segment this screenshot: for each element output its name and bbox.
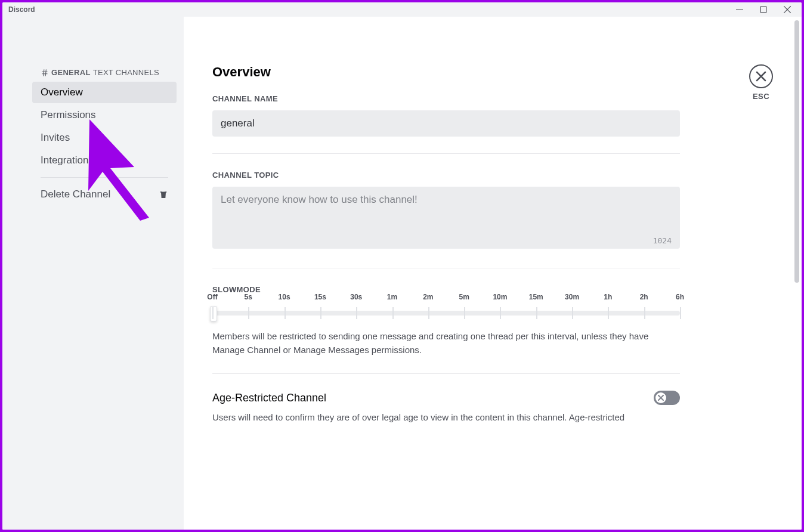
channel-topic-label: CHANNEL TOPIC <box>212 171 680 180</box>
section-divider <box>212 153 680 154</box>
window-close-button[interactable] <box>783 5 792 14</box>
toggle-off-icon <box>658 395 664 401</box>
slider-tick-label: 5s <box>245 293 252 301</box>
svg-rect-1 <box>760 7 766 13</box>
section-divider <box>212 268 680 268</box>
sidebar-item-label: Integrations <box>41 154 94 166</box>
slider-tick <box>536 307 537 319</box>
age-restricted-title: Age-Restricted Channel <box>212 392 326 404</box>
slider-tick-label: 15m <box>529 293 543 301</box>
slider-tick <box>608 307 609 319</box>
slider-tick-label: 1h <box>604 293 612 301</box>
app-name: Discord <box>8 5 35 14</box>
settings-main: Overview CHANNEL NAME CHANNEL TOPIC 1024… <box>184 17 802 530</box>
slider-tick-label: 15s <box>314 293 326 301</box>
slowmode-slider[interactable]: Off5s10s15s30s1m2m5m10m15m30m1h2h6h <box>212 311 680 316</box>
close-icon <box>756 71 766 82</box>
hash-icon <box>41 69 49 77</box>
channel-name-input[interactable] <box>212 110 680 137</box>
slider-tick-label: 2m <box>423 293 433 301</box>
channel-topic-textarea[interactable] <box>212 187 680 249</box>
slider-tick-label: 30s <box>350 293 362 301</box>
slider-tick <box>356 307 357 319</box>
settings-sidebar: GENERAL TEXT CHANNELS Overview Permissio… <box>2 17 184 530</box>
slider-tick <box>285 307 286 319</box>
sidebar-item-label: Overview <box>41 86 83 98</box>
age-restricted-toggle[interactable] <box>654 391 680 405</box>
toggle-knob <box>655 392 666 403</box>
slider-tick <box>500 307 501 319</box>
slider-tick-label: Off <box>207 293 217 301</box>
slider-tick-label: 1m <box>387 293 397 301</box>
sidebar-item-overview[interactable]: Overview <box>32 82 177 103</box>
slider-tick <box>428 307 429 319</box>
slider-tick <box>644 307 645 319</box>
sidebar-item-label: Invites <box>41 132 70 143</box>
slider-tick <box>572 307 573 319</box>
slowmode-help: Members will be restricted to sending on… <box>212 330 680 357</box>
page-title: Overview <box>212 64 680 80</box>
slider-tick-label: 5m <box>459 293 469 301</box>
channel-name-label: CHANNEL NAME <box>212 94 680 103</box>
close-settings-button[interactable] <box>749 64 773 88</box>
scrollbar[interactable] <box>794 20 799 283</box>
window-minimize-button[interactable] <box>735 5 744 14</box>
slider-tick-label: 10m <box>493 293 507 301</box>
slider-tick-label: 6h <box>676 293 684 301</box>
window-maximize-button[interactable] <box>759 5 768 14</box>
slider-tick-label: 10s <box>279 293 290 301</box>
age-restricted-description: Users will need to confirm they are of o… <box>212 411 680 425</box>
section-divider <box>212 373 680 374</box>
delete-channel-label: Delete Channel <box>41 188 110 200</box>
sidebar-channel-header: GENERAL TEXT CHANNELS <box>32 64 177 81</box>
slider-handle[interactable] <box>210 306 217 321</box>
channel-name-header: GENERAL <box>51 68 91 77</box>
slider-tick <box>680 307 681 319</box>
trash-icon <box>159 190 168 199</box>
slider-tick <box>248 307 249 319</box>
slider-tick <box>392 307 394 319</box>
slider-tick <box>212 307 214 319</box>
slider-tick <box>320 307 321 319</box>
sidebar-item-label: Permissions <box>41 109 96 120</box>
channel-group-header: TEXT CHANNELS <box>93 68 159 77</box>
window-titlebar: Discord <box>2 2 802 17</box>
slider-tick-label: 30m <box>565 293 579 301</box>
slider-tick-label: 2h <box>640 293 648 301</box>
esc-label: ESC <box>753 92 769 101</box>
sidebar-separator <box>41 177 168 178</box>
sidebar-delete-channel[interactable]: Delete Channel <box>32 184 177 205</box>
char-count: 1024 <box>653 236 672 245</box>
sidebar-item-permissions[interactable]: Permissions <box>32 104 177 126</box>
sidebar-item-invites[interactable]: Invites <box>32 127 177 149</box>
slider-tick <box>464 307 465 319</box>
sidebar-item-integrations[interactable]: Integrations <box>32 150 177 171</box>
